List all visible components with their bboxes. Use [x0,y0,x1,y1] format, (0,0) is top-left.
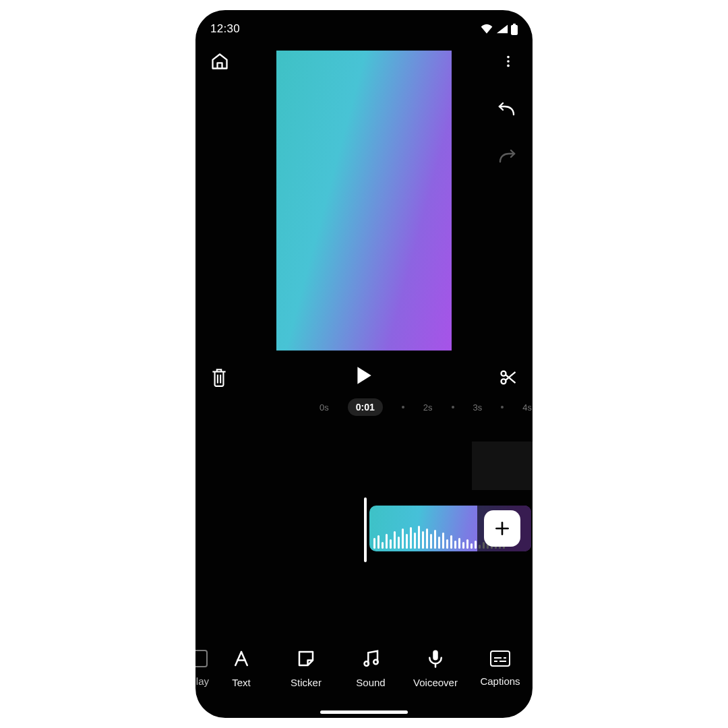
tool-sound[interactable]: Sound [338,648,403,688]
plus-icon [493,520,511,537]
tool-sticker[interactable]: Sticker [274,648,338,688]
scissors-icon [499,368,518,387]
tool-label: Sticker [291,677,322,688]
captions-icon [489,650,511,667]
add-clip-button[interactable] [484,510,520,547]
overlay-icon [195,650,208,667]
home-button[interactable] [208,49,232,73]
playhead[interactable] [364,497,367,562]
ruler-tick: 4s [522,402,532,413]
phone-frame: 12:30 0s [195,10,533,718]
ruler-dot [452,406,454,408]
music-icon [361,648,381,669]
sticker-icon [296,648,316,669]
undo-icon [497,102,517,120]
home-icon [210,52,229,71]
tool-overlay-partial[interactable]: lay [195,644,209,692]
svg-point-14 [365,661,369,666]
battery-icon [511,24,518,35]
play-button[interactable] [349,361,379,390]
overflow-menu-button[interactable] [496,49,520,73]
tool-captions[interactable]: Captions [468,650,533,687]
play-icon [355,365,373,386]
secondary-track-placeholder [472,442,533,490]
cut-button[interactable] [499,368,518,387]
tool-voiceover[interactable]: Voiceover [403,648,468,688]
svg-point-15 [373,659,378,664]
clip-track[interactable] [195,506,533,554]
timeline-ruler[interactable]: 0s 0:01 2s 3s 4s [195,398,533,423]
ruler-tick: 2s [423,402,433,413]
tool-label: Captions [480,675,520,687]
redo-button[interactable] [493,145,520,172]
ruler-dot [501,406,504,408]
svg-point-2 [507,56,510,59]
svg-point-4 [507,65,510,67]
ruler-dot [402,406,404,408]
svg-point-3 [507,60,510,63]
status-bar: 12:30 [195,17,533,41]
tool-label: lay [196,675,209,687]
video-preview[interactable] [276,51,452,351]
signal-icon [496,24,508,34]
text-icon [231,648,251,669]
redo-icon [497,150,517,167]
trash-icon [210,367,228,388]
tool-label: Sound [356,677,385,688]
more-vertical-icon [501,54,516,69]
current-time-pill: 0:01 [348,398,383,416]
svg-rect-16 [433,650,438,660]
delete-button[interactable] [210,367,228,388]
tool-label: Text [232,677,251,688]
mic-icon [425,648,446,669]
status-icons [480,24,518,35]
svg-rect-1 [513,24,516,26]
svg-rect-0 [511,25,518,35]
wifi-icon [480,24,493,34]
undo-button[interactable] [493,98,520,125]
tool-label: Voiceover [413,677,458,688]
ruler-tick: 3s [473,402,483,413]
ruler-tick: 0s [320,402,329,413]
status-time: 12:30 [210,22,240,36]
bottom-toolbar: lay Text Sticker Sound Voiceover Caption… [195,634,533,702]
tool-text[interactable]: Text [209,648,274,688]
home-indicator[interactable] [320,710,408,714]
